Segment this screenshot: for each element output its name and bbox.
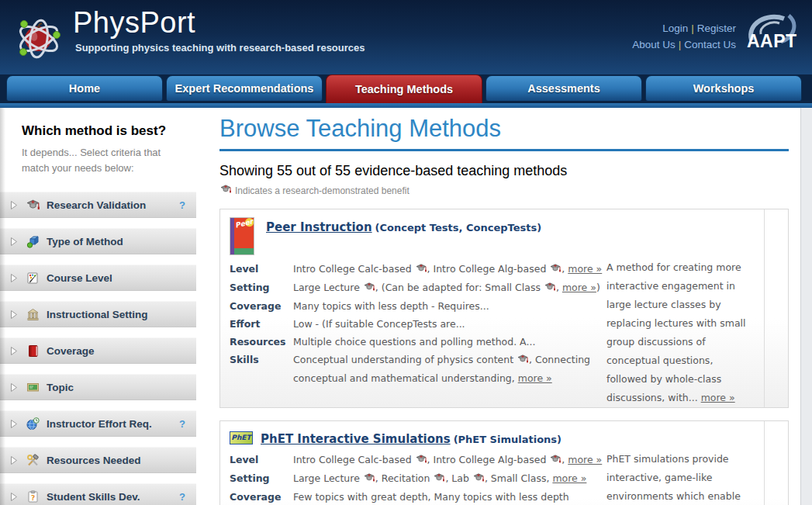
attribute-label: Coverage: [230, 297, 293, 315]
attribute-value: Conceptual understanding of physics cont…: [293, 351, 606, 387]
sidebar-item-label: Instructional Setting: [47, 309, 148, 320]
attribute-label: Level: [230, 451, 293, 469]
sidebar-item-resources-needed[interactable]: Resources Needed: [0, 447, 196, 473]
attribute-value: Large Lecture , (Can be adapted for: Sma…: [293, 278, 606, 297]
about-us-link[interactable]: About Us: [632, 39, 676, 50]
main-nav: HomeExpert RecommendationsTeaching Metho…: [0, 74, 812, 103]
more-link[interactable]: more »: [701, 392, 735, 403]
shapes-icon: [26, 234, 40, 248]
attribute-value: Large Lecture , Recitation , Lab , Small…: [293, 469, 606, 488]
attribute-label: Effort: [230, 315, 293, 333]
filter-list: Research Validation?Type of MethodCourse…: [0, 192, 196, 505]
help-icon[interactable]: ?: [179, 491, 185, 503]
sidebar-item-coverage[interactable]: Coverage: [0, 337, 196, 364]
more-link[interactable]: more »: [518, 372, 552, 384]
attribute-row-setting: SettingLarge Lecture , (Can be adapted f…: [230, 278, 606, 297]
physport-logo-icon[interactable]: [14, 11, 64, 62]
clipboard-question-icon: ?: [26, 489, 40, 503]
grad-cap-icon: [26, 198, 40, 212]
notepad-icon: [26, 271, 40, 285]
grad-cap-icon: [550, 451, 561, 469]
expand-arrow-icon: [10, 455, 18, 465]
attribute-label: Level: [230, 260, 293, 278]
sidebar-heading: Which method is best?: [22, 123, 196, 139]
method-subtitle: (Concept Tests, ConcepTests): [375, 222, 542, 233]
svg-text:?: ?: [30, 493, 34, 501]
nav-tab-expert-recommendations[interactable]: Expert Recommendations: [166, 75, 323, 101]
card-header: PeerPeer Instruction(Concept Tests, Conc…: [230, 217, 606, 255]
nav-tab-home[interactable]: Home: [6, 75, 163, 101]
attribute-value: Few topics with great depth, Many topics…: [293, 488, 606, 505]
expand-arrow-icon: [10, 310, 18, 320]
login-link[interactable]: Login: [662, 22, 688, 34]
sidebar-item-type-of-method[interactable]: Type of Method: [0, 228, 196, 254]
card-main: PhETPhET Interactive Simulations(PhET Si…: [230, 429, 606, 505]
attribute-row-resources: ResourcesMultiple choice questions and p…: [230, 333, 606, 351]
more-link[interactable]: more »: [568, 454, 602, 465]
sidebar-item-label: Course Level: [47, 272, 112, 284]
results-summary: Showing 55 out of 55 evidence-based teac…: [219, 163, 789, 179]
help-icon[interactable]: ?: [179, 199, 185, 211]
benefit-note-text: Indicates a research-demonstrated benefi…: [235, 185, 409, 196]
method-description-text: PhET simulations provide interactive, ga…: [606, 453, 752, 505]
sidebar-item-topic[interactable]: Topic: [0, 374, 196, 400]
card-header: PhETPhET Interactive Simulations(PhET Si…: [230, 429, 606, 446]
sidebar-item-instructional-setting[interactable]: Instructional Setting: [0, 301, 196, 327]
sidebar-item-label: Resources Needed: [47, 455, 141, 466]
attribute-value: Multiple choice questions and polling me…: [293, 333, 606, 351]
grad-cap-icon: [220, 185, 231, 196]
site-title: PhysPort: [73, 6, 365, 40]
sidebar-item-course-level[interactable]: Course Level: [0, 265, 196, 291]
attribute-row-effort: EffortLow - (If suitable ConcepTests are…: [230, 315, 606, 333]
nav-tab-workshops[interactable]: Workshops: [645, 75, 802, 101]
sidebar-item-instructor-effort-req[interactable]: Instructor Effort Req.?: [0, 410, 196, 437]
more-link[interactable]: more »: [552, 472, 586, 484]
more-link[interactable]: more »: [562, 282, 596, 293]
attribute-value: Many topics with less depth - Requires..…: [293, 297, 606, 315]
contact-us-link[interactable]: Contact Us: [684, 39, 736, 50]
nav-tab-assessments[interactable]: Assessments: [485, 75, 642, 101]
grad-cap-icon: [364, 470, 375, 488]
grad-cap-icon: [517, 351, 528, 369]
attribute-label: Setting: [230, 469, 293, 488]
nav-tab-teaching-methods[interactable]: Teaching Methods: [326, 74, 482, 103]
grad-cap-icon: [473, 470, 484, 488]
attribute-label: Skills: [230, 351, 293, 387]
bank-icon: [26, 307, 40, 321]
grad-cap-icon: [544, 279, 555, 297]
attribute-label: Setting: [230, 278, 293, 297]
attribute-row-level: LevelIntro College Calc-based , Intro Co…: [230, 260, 606, 278]
card-content: PhETPhET Interactive Simulations(PhET Si…: [220, 421, 788, 505]
method-card-phet-interactive-simulations: PhETPhET Interactive Simulations(PhET Si…: [219, 420, 789, 505]
grad-cap-icon: [364, 279, 375, 297]
sidebar-item-label: Research Validation: [47, 199, 146, 211]
book-cover-band: [234, 248, 254, 254]
register-link[interactable]: Register: [697, 22, 736, 34]
expand-arrow-icon: [10, 200, 18, 210]
card-title-block: PhET Interactive Simulations(PhET Simula…: [261, 429, 561, 446]
phet-logo-thumbnail[interactable]: PhET: [230, 431, 253, 444]
site-header: PhysPort Supporting physics teaching wit…: [0, 0, 812, 74]
book-cover-thumbnail[interactable]: Peer: [230, 217, 254, 255]
grad-cap-icon: [416, 451, 427, 469]
more-link[interactable]: more »: [568, 263, 602, 275]
expand-arrow-icon: [10, 419, 18, 429]
sidebar-item-label: Student Skills Dev.: [47, 491, 140, 503]
sidebar-item-student-skills-dev[interactable]: ?Student Skills Dev.?: [0, 483, 196, 505]
benefit-note: Indicates a research-demonstrated benefi…: [219, 185, 789, 196]
expand-arrow-icon: [10, 346, 18, 356]
method-description-text: A method for creating more interactive e…: [606, 261, 746, 403]
aapt-logo[interactable]: AAPT: [744, 11, 800, 62]
filter-sidebar: Which method is best? It depends... Sele…: [0, 108, 196, 505]
sidebar-item-research-validation[interactable]: Research Validation?: [0, 192, 196, 218]
chalkboard-icon: [26, 380, 40, 394]
help-icon[interactable]: ?: [179, 418, 185, 430]
site-tagline: Supporting physics teaching with researc…: [75, 42, 365, 54]
method-title-link[interactable]: PhET Interactive Simulations: [261, 432, 451, 446]
method-subtitle: (PhET Simulations): [454, 434, 561, 445]
sidebar-subheading: It depends... Select criteria that match…: [22, 145, 196, 176]
sidebar-item-label: Instructor Effort Req.: [47, 418, 152, 430]
method-card-peer-instruction: PeerPeer Instruction(Concept Tests, Conc…: [219, 209, 789, 408]
method-title-link[interactable]: Peer Instruction: [266, 220, 372, 234]
aapt-logo-text: AAPT: [747, 31, 797, 52]
